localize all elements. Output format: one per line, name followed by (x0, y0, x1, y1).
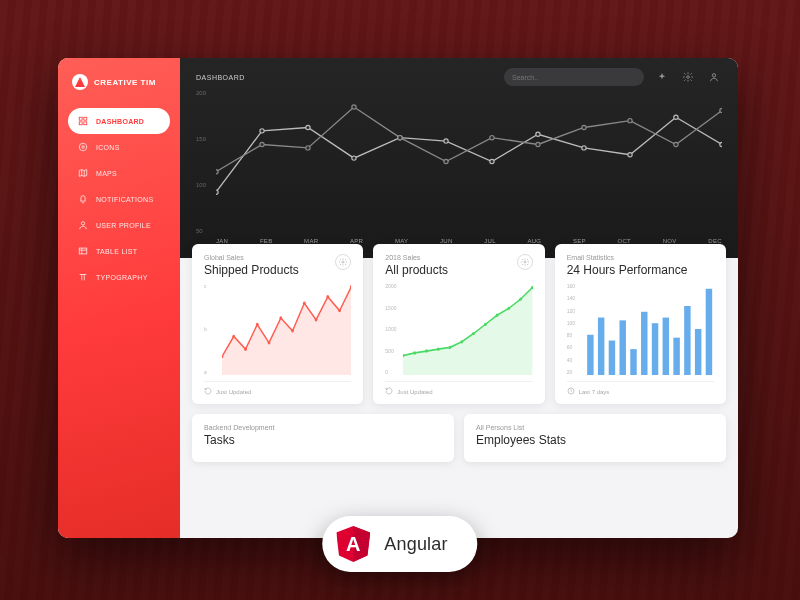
svg-point-44 (315, 318, 318, 321)
svg-point-54 (461, 340, 464, 343)
user-icon[interactable] (706, 69, 722, 85)
search-box[interactable] (504, 68, 644, 86)
card-gear-button[interactable] (517, 254, 533, 270)
cards-row: Global SalesShipped ProductscbaJust Upda… (180, 234, 738, 414)
svg-rect-63 (608, 341, 614, 375)
svg-point-18 (536, 132, 540, 136)
sidebar-item-user-profile[interactable]: USER PROFILE (68, 212, 170, 238)
svg-point-48 (524, 261, 526, 263)
svg-rect-64 (619, 320, 625, 375)
nav-label: TYPOGRAPHY (96, 274, 148, 281)
sidebar-item-typography[interactable]: TYPOGRAPHY (68, 264, 170, 290)
card-subtitle: All Persons List (476, 424, 714, 431)
svg-point-42 (291, 329, 294, 332)
stat-card-2: Email Statistics24 Hours Performance1601… (555, 244, 726, 404)
svg-point-22 (720, 142, 722, 146)
card-title: Tasks (204, 433, 442, 447)
angular-badge: A Angular (322, 516, 477, 572)
icons-icon (78, 142, 88, 152)
svg-point-24 (260, 142, 264, 146)
svg-point-52 (437, 348, 440, 351)
card-footer: Last 7 days (567, 381, 714, 396)
svg-point-59 (520, 297, 523, 300)
card-chart: 2000150010005000 (385, 283, 532, 375)
svg-point-35 (342, 261, 344, 263)
svg-rect-67 (651, 323, 657, 375)
sparkle-icon[interactable] (654, 69, 670, 85)
svg-rect-69 (673, 338, 679, 375)
card-chart: cba (204, 283, 351, 375)
svg-point-34 (720, 108, 722, 112)
svg-point-9 (687, 76, 690, 79)
topbar: DASHBOARD (196, 68, 722, 86)
svg-rect-71 (695, 329, 701, 375)
sidebar-item-notifications[interactable]: NOTIFICATIONS (68, 186, 170, 212)
sidebar-item-icons[interactable]: ICONS (68, 134, 170, 160)
svg-point-10 (712, 74, 715, 77)
sidebar-item-maps[interactable]: MAPS (68, 160, 170, 186)
svg-point-58 (508, 307, 511, 310)
svg-rect-72 (705, 289, 711, 375)
svg-point-56 (484, 323, 487, 326)
svg-point-16 (444, 139, 448, 143)
svg-point-30 (536, 142, 540, 146)
maps-icon (78, 168, 88, 178)
nav-label: NOTIFICATIONS (96, 196, 153, 203)
card-subtitle: 2018 Sales (385, 254, 448, 261)
sidebar-item-table-list[interactable]: TABLE LIST (68, 238, 170, 264)
nav-label: USER PROFILE (96, 222, 151, 229)
user-icon (78, 220, 88, 230)
svg-point-50 (414, 351, 417, 354)
angular-label: Angular (384, 534, 447, 555)
bell-icon (78, 194, 88, 204)
card-footer: Just Updated (385, 381, 532, 396)
nav-label: TABLE LIST (96, 248, 137, 255)
svg-point-13 (306, 125, 310, 129)
search-input[interactable] (512, 74, 630, 81)
svg-point-40 (268, 341, 271, 344)
cards-row-2: Backend DevelopmentTasksAll Persons List… (180, 414, 738, 474)
svg-point-57 (496, 313, 499, 316)
refresh-icon (204, 387, 212, 396)
svg-point-32 (628, 119, 632, 123)
svg-point-29 (490, 136, 494, 140)
svg-point-5 (82, 146, 85, 149)
svg-rect-70 (684, 306, 690, 375)
svg-point-31 (582, 125, 586, 129)
clock-icon (567, 387, 575, 396)
summary-card-1: All Persons ListEmployees Stats (464, 414, 726, 462)
app-window: CREATIVE TIM DASHBOARDICONSMAPSNOTIFICAT… (58, 58, 738, 538)
svg-point-19 (582, 146, 586, 150)
svg-rect-2 (79, 122, 82, 125)
hero-panel: DASHBOARD 20015010050 JANFEBMARAPRMAYJUN… (180, 58, 738, 258)
card-title: All products (385, 263, 448, 277)
breadcrumb: DASHBOARD (196, 74, 245, 81)
svg-point-51 (425, 349, 428, 352)
svg-point-25 (306, 146, 310, 150)
svg-point-39 (256, 323, 259, 326)
svg-rect-0 (79, 117, 82, 120)
stat-card-0: Global SalesShipped ProductscbaJust Upda… (192, 244, 363, 404)
card-title: Shipped Products (204, 263, 299, 277)
main-content: DASHBOARD 20015010050 JANFEBMARAPRMAYJUN… (180, 58, 738, 538)
stat-card-1: 2018 SalesAll products2000150010005000Ju… (373, 244, 544, 404)
svg-point-21 (674, 115, 678, 119)
svg-point-55 (472, 332, 475, 335)
table-icon (78, 246, 88, 256)
card-title: Employees Stats (476, 433, 714, 447)
svg-point-41 (279, 316, 282, 319)
refresh-icon (385, 387, 393, 396)
brand-text: CREATIVE TIM (94, 78, 156, 87)
settings-icon[interactable] (680, 69, 696, 85)
svg-point-14 (352, 156, 356, 160)
svg-point-27 (398, 136, 402, 140)
svg-rect-3 (84, 122, 87, 125)
card-subtitle: Global Sales (204, 254, 299, 261)
svg-point-23 (216, 170, 218, 174)
summary-card-0: Backend DevelopmentTasks (192, 414, 454, 462)
card-gear-button[interactable] (335, 254, 351, 270)
svg-point-45 (326, 295, 329, 298)
hero-chart-svg (216, 90, 722, 226)
svg-rect-1 (84, 117, 87, 120)
sidebar-item-dashboard[interactable]: DASHBOARD (68, 108, 170, 134)
